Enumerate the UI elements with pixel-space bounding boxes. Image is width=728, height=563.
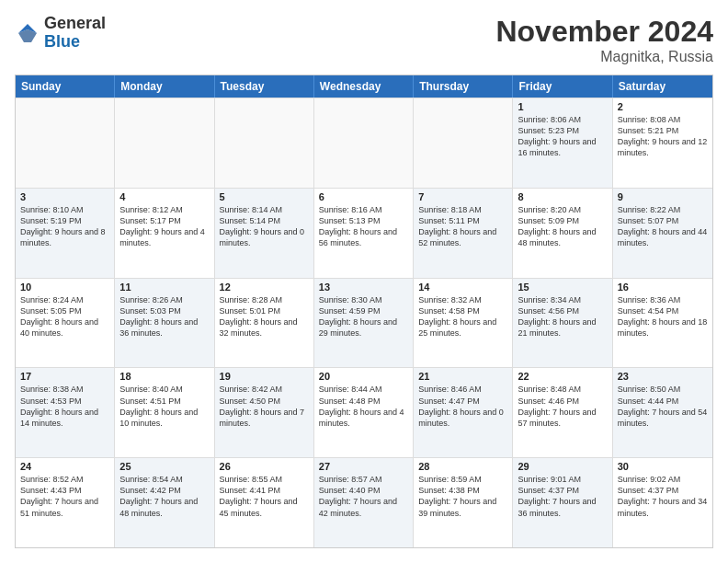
day-info: Sunrise: 8:57 AM Sunset: 4:40 PM Dayligh… xyxy=(319,474,408,519)
calendar-cell-empty-0-0 xyxy=(16,98,115,188)
calendar-cell-4: 4Sunrise: 8:12 AM Sunset: 5:17 PM Daylig… xyxy=(115,189,214,278)
month-title: November 2024 xyxy=(495,15,713,49)
calendar-cell-25: 25Sunrise: 8:54 AM Sunset: 4:42 PM Dayli… xyxy=(115,458,214,547)
logo-general-text: General xyxy=(44,14,106,32)
day-info: Sunrise: 8:46 AM Sunset: 4:47 PM Dayligh… xyxy=(418,384,507,429)
day-number: 11 xyxy=(119,282,209,293)
calendar-row-3: 17Sunrise: 8:38 AM Sunset: 4:53 PM Dayli… xyxy=(16,367,712,457)
day-number: 7 xyxy=(418,191,507,202)
calendar-cell-empty-0-1 xyxy=(115,98,214,188)
day-info: Sunrise: 8:06 AM Sunset: 5:23 PM Dayligh… xyxy=(518,114,607,159)
day-info: Sunrise: 8:26 AM Sunset: 5:03 PM Dayligh… xyxy=(119,294,209,339)
calendar-cell-2: 2Sunrise: 8:08 AM Sunset: 5:21 PM Daylig… xyxy=(613,98,712,188)
calendar-cell-18: 18Sunrise: 8:40 AM Sunset: 4:51 PM Dayli… xyxy=(115,368,214,457)
day-info: Sunrise: 8:48 AM Sunset: 4:46 PM Dayligh… xyxy=(518,384,607,429)
day-info: Sunrise: 8:28 AM Sunset: 5:01 PM Dayligh… xyxy=(220,294,309,339)
weekday-header-thursday: Thursday xyxy=(414,75,513,98)
calendar-cell-empty-0-2 xyxy=(215,98,314,188)
day-info: Sunrise: 8:55 AM Sunset: 4:41 PM Dayligh… xyxy=(220,474,309,519)
day-number: 10 xyxy=(20,282,109,293)
header: General Blue November 2024 Magnitka, Rus… xyxy=(15,15,713,65)
day-info: Sunrise: 8:44 AM Sunset: 4:48 PM Dayligh… xyxy=(319,384,408,429)
logo: General Blue xyxy=(15,15,106,52)
day-info: Sunrise: 8:32 AM Sunset: 4:58 PM Dayligh… xyxy=(418,294,507,339)
calendar-row-4: 24Sunrise: 8:52 AM Sunset: 4:43 PM Dayli… xyxy=(16,457,712,547)
title-block: November 2024 Magnitka, Russia xyxy=(495,15,713,65)
calendar-cell-10: 10Sunrise: 8:24 AM Sunset: 5:05 PM Dayli… xyxy=(16,279,115,368)
calendar-cell-16: 16Sunrise: 8:36 AM Sunset: 4:54 PM Dayli… xyxy=(613,279,712,368)
day-info: Sunrise: 8:16 AM Sunset: 5:13 PM Dayligh… xyxy=(319,204,408,249)
calendar-cell-14: 14Sunrise: 8:32 AM Sunset: 4:58 PM Dayli… xyxy=(414,279,513,368)
location: Magnitka, Russia xyxy=(495,49,713,65)
day-number: 19 xyxy=(220,371,309,382)
calendar-cell-23: 23Sunrise: 8:50 AM Sunset: 4:44 PM Dayli… xyxy=(613,368,712,457)
day-info: Sunrise: 8:24 AM Sunset: 5:05 PM Dayligh… xyxy=(20,294,109,339)
calendar-cell-12: 12Sunrise: 8:28 AM Sunset: 5:01 PM Dayli… xyxy=(215,279,314,368)
day-info: Sunrise: 8:38 AM Sunset: 4:53 PM Dayligh… xyxy=(20,384,109,429)
logo-blue-text: Blue xyxy=(44,32,80,51)
day-info: Sunrise: 8:36 AM Sunset: 4:54 PM Dayligh… xyxy=(618,294,708,339)
weekday-header-sunday: Sunday xyxy=(16,75,115,98)
day-number: 18 xyxy=(119,371,209,382)
calendar-cell-17: 17Sunrise: 8:38 AM Sunset: 4:53 PM Dayli… xyxy=(16,368,115,457)
calendar-cell-13: 13Sunrise: 8:30 AM Sunset: 4:59 PM Dayli… xyxy=(314,279,414,368)
day-number: 5 xyxy=(220,191,309,202)
day-info: Sunrise: 8:08 AM Sunset: 5:21 PM Dayligh… xyxy=(618,114,708,159)
day-info: Sunrise: 8:12 AM Sunset: 5:17 PM Dayligh… xyxy=(119,204,209,249)
weekday-header-friday: Friday xyxy=(513,75,612,98)
day-info: Sunrise: 8:10 AM Sunset: 5:19 PM Dayligh… xyxy=(20,204,109,249)
day-info: Sunrise: 8:34 AM Sunset: 4:56 PM Dayligh… xyxy=(518,294,607,339)
day-number: 8 xyxy=(518,191,607,202)
day-info: Sunrise: 8:14 AM Sunset: 5:14 PM Dayligh… xyxy=(220,204,309,249)
calendar-cell-empty-0-4 xyxy=(414,98,513,188)
weekday-header-monday: Monday xyxy=(115,75,214,98)
calendar: SundayMondayTuesdayWednesdayThursdayFrid… xyxy=(15,75,713,548)
calendar-cell-19: 19Sunrise: 8:42 AM Sunset: 4:50 PM Dayli… xyxy=(215,368,314,457)
day-number: 15 xyxy=(518,282,607,293)
day-info: Sunrise: 8:22 AM Sunset: 5:07 PM Dayligh… xyxy=(618,204,708,249)
day-number: 27 xyxy=(319,461,408,472)
day-number: 24 xyxy=(20,461,109,472)
day-number: 20 xyxy=(319,371,408,382)
calendar-cell-9: 9Sunrise: 8:22 AM Sunset: 5:07 PM Daylig… xyxy=(613,189,712,278)
weekday-header-tuesday: Tuesday xyxy=(215,75,314,98)
calendar-body: 1Sunrise: 8:06 AM Sunset: 5:23 PM Daylig… xyxy=(16,98,712,547)
calendar-cell-21: 21Sunrise: 8:46 AM Sunset: 4:47 PM Dayli… xyxy=(414,368,513,457)
logo-icon xyxy=(15,20,40,46)
calendar-cell-7: 7Sunrise: 8:18 AM Sunset: 5:11 PM Daylig… xyxy=(414,189,513,278)
calendar-cell-6: 6Sunrise: 8:16 AM Sunset: 5:13 PM Daylig… xyxy=(314,189,414,278)
day-info: Sunrise: 9:01 AM Sunset: 4:37 PM Dayligh… xyxy=(518,474,607,519)
day-number: 4 xyxy=(119,191,209,202)
calendar-cell-20: 20Sunrise: 8:44 AM Sunset: 4:48 PM Dayli… xyxy=(314,368,414,457)
day-info: Sunrise: 8:18 AM Sunset: 5:11 PM Dayligh… xyxy=(418,204,507,249)
day-number: 22 xyxy=(518,371,607,382)
day-number: 25 xyxy=(119,461,209,472)
calendar-cell-11: 11Sunrise: 8:26 AM Sunset: 5:03 PM Dayli… xyxy=(115,279,214,368)
calendar-cell-1: 1Sunrise: 8:06 AM Sunset: 5:23 PM Daylig… xyxy=(513,98,612,188)
calendar-cell-27: 27Sunrise: 8:57 AM Sunset: 4:40 PM Dayli… xyxy=(314,458,414,547)
day-info: Sunrise: 9:02 AM Sunset: 4:37 PM Dayligh… xyxy=(618,474,708,519)
calendar-cell-5: 5Sunrise: 8:14 AM Sunset: 5:14 PM Daylig… xyxy=(215,189,314,278)
day-info: Sunrise: 8:50 AM Sunset: 4:44 PM Dayligh… xyxy=(618,384,708,429)
calendar-cell-26: 26Sunrise: 8:55 AM Sunset: 4:41 PM Dayli… xyxy=(215,458,314,547)
day-number: 14 xyxy=(418,282,507,293)
day-info: Sunrise: 8:20 AM Sunset: 5:09 PM Dayligh… xyxy=(518,204,607,249)
day-info: Sunrise: 8:54 AM Sunset: 4:42 PM Dayligh… xyxy=(119,474,209,519)
day-number: 3 xyxy=(20,191,109,202)
day-info: Sunrise: 8:59 AM Sunset: 4:38 PM Dayligh… xyxy=(418,474,507,519)
weekday-header-wednesday: Wednesday xyxy=(314,75,414,98)
day-number: 1 xyxy=(518,101,607,112)
day-info: Sunrise: 8:42 AM Sunset: 4:50 PM Dayligh… xyxy=(220,384,309,429)
calendar-cell-empty-0-3 xyxy=(314,98,414,188)
day-number: 2 xyxy=(618,101,708,112)
weekday-header-saturday: Saturday xyxy=(613,75,712,98)
calendar-cell-24: 24Sunrise: 8:52 AM Sunset: 4:43 PM Dayli… xyxy=(16,458,115,547)
day-number: 21 xyxy=(418,371,507,382)
calendar-row-1: 3Sunrise: 8:10 AM Sunset: 5:19 PM Daylig… xyxy=(16,188,712,278)
day-number: 30 xyxy=(618,461,708,472)
day-info: Sunrise: 8:52 AM Sunset: 4:43 PM Dayligh… xyxy=(20,474,109,519)
calendar-cell-28: 28Sunrise: 8:59 AM Sunset: 4:38 PM Dayli… xyxy=(414,458,513,547)
day-number: 26 xyxy=(220,461,309,472)
day-info: Sunrise: 8:30 AM Sunset: 4:59 PM Dayligh… xyxy=(319,294,408,339)
day-number: 6 xyxy=(319,191,408,202)
